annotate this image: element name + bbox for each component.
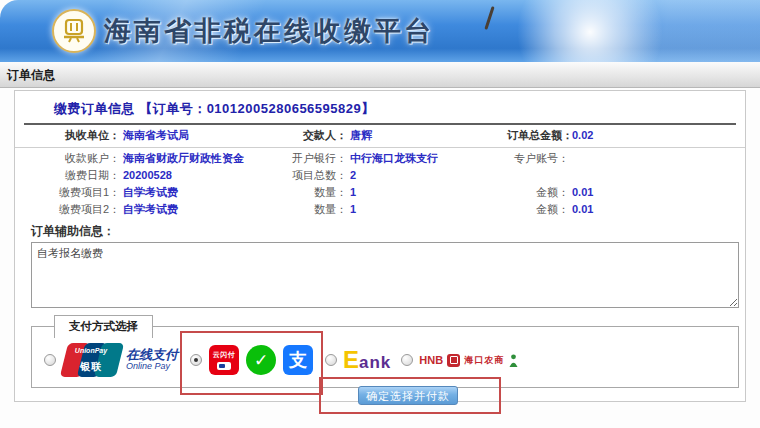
radio-mobile-pay[interactable] (190, 354, 202, 366)
unionpay-brand-cn-text: 银联 (62, 360, 120, 374)
payment-platform-screen: 海南省非税在线收缴平台 订单信息 缴费订单信息 【订单号：01012005280… (0, 0, 760, 428)
item2-amount-label: 金额： (507, 203, 569, 216)
payment-method-tab: 支付方式选择 (54, 315, 153, 338)
order-row-item1: 缴费项目1：自学考试费 数量：1 金额：0.01 (15, 184, 745, 201)
pay-date-label: 缴费日期： (15, 169, 120, 182)
option-unionpay[interactable]: UnionPay 银联 在线支付 Online Pay (44, 343, 178, 377)
payer-label: 交款人： (281, 129, 347, 142)
order-row-account: 收款账户：海南省财政厅财政性资金 开户银行：中行海口龙珠支行 专户账号： (15, 150, 745, 167)
aux-info-textarea[interactable]: 自考报名缴费 (31, 242, 739, 308)
item2-amount-value: 0.01 (569, 203, 593, 216)
site-title: 海南省非税在线收缴平台 (104, 0, 434, 62)
pay-date-value: 20200528 (120, 169, 172, 182)
unionpay-logo-icon[interactable]: UnionPay 银联 (62, 343, 120, 377)
item1-amount-value: 0.01 (569, 186, 593, 199)
hnb-bank-name: 海口农商 (464, 354, 504, 367)
item2-value: 自学考试费 (120, 203, 178, 216)
order-number: 【订单号：01012005280656595829】 (139, 101, 375, 116)
hnb-seal-icon (447, 354, 460, 367)
option-hnb[interactable]: HNB 海口农商 (401, 354, 519, 367)
special-account-value (569, 152, 572, 165)
section-title-text: 缴费订单信息 (54, 101, 135, 116)
order-detail-rows: 执收单位：海南省考试局 交款人：唐辉 订单总金额：0.02 收款账户：海南省财政… (15, 127, 745, 218)
hnb-mascot-icon (508, 354, 519, 367)
order-section-title: 缴费订单信息 【订单号：01012005280656595829】 (24, 91, 736, 125)
special-account-label: 专户账号： (507, 152, 569, 165)
receiving-account-value: 海南省财政厅财政性资金 (120, 152, 244, 165)
bank-label: 开户银行： (281, 152, 347, 165)
item1-amount-label: 金额： (507, 186, 569, 199)
alipay-icon[interactable]: 支 (283, 345, 313, 375)
unit-label: 执收单位： (15, 129, 120, 142)
bank-value: 中行海口龙珠支行 (347, 152, 438, 165)
unionpay-online-pay-cn: 在线支付 (126, 348, 178, 362)
item2-qty-value: 1 (347, 203, 356, 216)
item1-value: 自学考试费 (120, 186, 178, 199)
platform-emblem-icon (52, 9, 96, 53)
hnb-abbr-text: HNB (419, 354, 443, 366)
hnb-logo-icon[interactable]: HNB 海口农商 (419, 354, 519, 367)
item-count-value: 2 (347, 169, 356, 182)
order-row-item2: 缴费项目2：自学考试费 数量：1 金额：0.01 (15, 201, 745, 218)
unionpay-brand-text: UnionPay (62, 347, 120, 354)
aux-info-label: 订单辅助信息： (31, 223, 745, 240)
option-mobile-pay[interactable]: 云闪付 ✓ 支 (188, 345, 315, 375)
item2-qty-label: 数量： (281, 203, 347, 216)
item2-label: 缴费项目2： (15, 203, 120, 216)
payment-method-box: 支付方式选择 UnionPay 银联 在线支付 Online Pay (31, 326, 739, 388)
radio-unionpay[interactable] (44, 354, 56, 366)
item-count-label: 项目总数： (281, 169, 347, 182)
receiving-account-label: 收款账户： (15, 152, 120, 165)
light-flare (490, 0, 690, 62)
ebank-logo-icon[interactable]: E ank (343, 346, 391, 374)
total-amount-value: 0.02 (569, 129, 593, 142)
total-amount-label: 订单总金额： (507, 129, 569, 142)
site-header: 海南省非税在线收缴平台 (0, 0, 760, 62)
item1-qty-value: 1 (347, 186, 356, 199)
item1-label: 缴费项目1： (15, 186, 120, 199)
item1-qty-label: 数量： (281, 186, 347, 199)
unit-value: 海南省考试局 (120, 129, 189, 142)
order-row-main: 执收单位：海南省考试局 交款人：唐辉 订单总金额：0.02 (15, 127, 745, 148)
wechat-pay-icon[interactable]: ✓ (246, 345, 276, 375)
option-ebank[interactable]: E ank (325, 346, 391, 374)
radio-ebank[interactable] (325, 354, 337, 366)
order-panel: 缴费订单信息 【订单号：01012005280656595829】 执收单位：海… (14, 90, 746, 402)
order-info-bar: 订单信息 (0, 62, 760, 88)
order-info-bar-label: 订单信息 (7, 68, 55, 82)
unionpay-online-pay-en: Online Pay (126, 362, 178, 372)
radio-hnb[interactable] (401, 354, 413, 366)
confirm-pay-button[interactable]: 确定选择并付款 (358, 386, 458, 405)
payer-value: 唐辉 (347, 129, 372, 142)
yunshanfu-icon[interactable]: 云闪付 (209, 345, 239, 375)
order-row-date: 缴费日期：20200528 项目总数：2 (15, 167, 745, 184)
